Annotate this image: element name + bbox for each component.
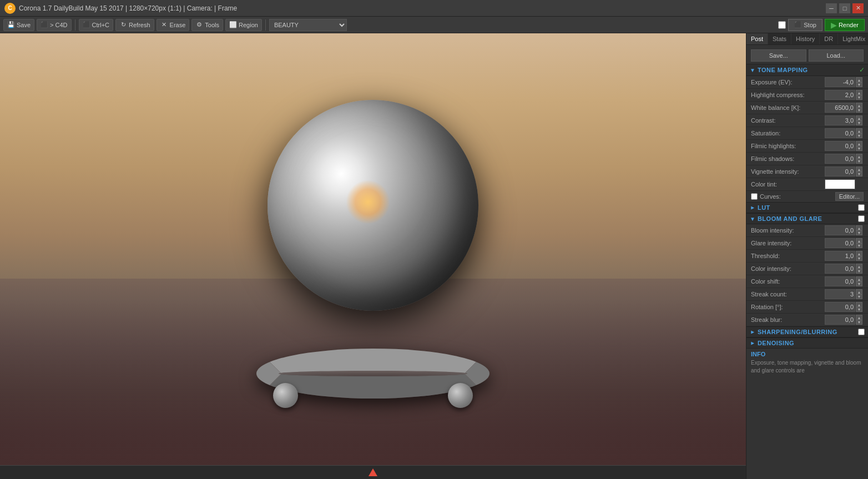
post-save-button[interactable]: Save... xyxy=(751,49,806,62)
filmic-highlights-input[interactable] xyxy=(825,141,855,151)
title-bar-left: C Corona 1.7 DailyBuild May 15 2017 | 12… xyxy=(4,3,237,14)
color-shift-row: Color shift: ▲ ▼ xyxy=(746,275,868,288)
tone-mapping-header[interactable]: ▼ TONE MAPPING ✓ xyxy=(746,64,868,76)
color-intensity-spinner[interactable]: ▲ ▼ xyxy=(856,264,862,274)
bloom-intensity-spinner[interactable]: ▲ ▼ xyxy=(856,225,862,235)
tools-button[interactable]: ⚙ Tools xyxy=(191,19,223,31)
white-balance-spinner[interactable]: ▲ ▼ xyxy=(856,103,862,113)
tab-lightmix[interactable]: LightMix xyxy=(838,33,868,44)
exposure-up[interactable]: ▲ xyxy=(856,77,862,82)
white-balance-down[interactable]: ▼ xyxy=(856,108,862,113)
bloom-intensity-input[interactable] xyxy=(825,225,855,235)
stop-button[interactable]: ⬛ Stop xyxy=(788,19,822,31)
filmic-shadows-spinner[interactable]: ▲ ▼ xyxy=(856,154,862,164)
filmic-shadows-row: Filmic shadows: ▲ ▼ xyxy=(746,153,868,165)
streak-blur-spinner[interactable]: ▲ ▼ xyxy=(856,315,862,325)
info-section: INFO Exposure, tone mapping, vignette an… xyxy=(746,349,868,377)
tone-mapping-check-icon: ✓ xyxy=(859,66,865,74)
threshold-label: Threshold: xyxy=(751,253,825,259)
sharpening-header[interactable]: ▼ SHARPENING/BLURRING xyxy=(746,326,868,337)
filmic-shadows-up[interactable]: ▲ xyxy=(856,154,862,159)
curves-checkbox[interactable] xyxy=(751,193,758,200)
white-balance-input[interactable] xyxy=(825,103,855,113)
rotation-input[interactable] xyxy=(825,302,855,312)
tab-dr[interactable]: DR xyxy=(820,33,838,44)
highlight-down[interactable]: ▼ xyxy=(856,95,862,100)
foot-left xyxy=(273,383,298,408)
contrast-down[interactable]: ▼ xyxy=(856,120,862,125)
glare-intensity-row: Glare intensity: ▲ ▼ xyxy=(746,237,868,250)
color-shift-spinner[interactable]: ▲ ▼ xyxy=(856,276,862,286)
sharpening-checkbox[interactable] xyxy=(858,329,865,335)
main-content: Post Stats History DR LightMix Save... L… xyxy=(0,33,868,479)
post-load-button[interactable]: Load... xyxy=(809,49,864,62)
tab-history[interactable]: History xyxy=(791,33,820,44)
color-intensity-label: Color intensity: xyxy=(751,265,825,272)
highlight-input[interactable] xyxy=(825,90,855,100)
vignette-up[interactable]: ▲ xyxy=(856,167,862,172)
exposure-spinner[interactable]: ▲ ▼ xyxy=(856,77,862,87)
bloom-intensity-row: Bloom intensity: ▲ ▼ xyxy=(746,224,868,237)
close-button[interactable]: ✕ xyxy=(852,3,864,13)
highlight-spinner[interactable]: ▲ ▼ xyxy=(856,90,862,100)
saturation-down[interactable]: ▼ xyxy=(856,133,862,138)
vignette-input[interactable] xyxy=(825,167,855,177)
minimize-button[interactable]: ─ xyxy=(826,3,837,13)
denoising-header[interactable]: ▼ DENOISING xyxy=(746,337,868,349)
pass-select[interactable]: BEAUTY xyxy=(269,19,347,31)
contrast-spinner[interactable]: ▲ ▼ xyxy=(856,115,862,125)
saturation-spinner[interactable]: ▲ ▼ xyxy=(856,128,862,138)
render-button[interactable]: ▶ Render xyxy=(825,19,865,31)
color-shift-input[interactable] xyxy=(825,276,855,286)
contrast-up[interactable]: ▲ xyxy=(856,115,862,120)
bloom-glare-title: BLOOM AND GLARE xyxy=(758,215,822,222)
streak-count-spinner[interactable]: ▲ ▼ xyxy=(856,289,862,299)
threshold-input[interactable] xyxy=(825,251,855,261)
tab-post[interactable]: Post xyxy=(746,33,768,44)
render-checkbox[interactable] xyxy=(778,21,786,29)
rotation-spinner[interactable]: ▲ ▼ xyxy=(856,302,862,312)
c4d-button[interactable]: ⬛ > C4D xyxy=(37,19,72,31)
curves-editor-button[interactable]: Editor... xyxy=(835,192,864,201)
refresh-button[interactable]: ↻ Refresh xyxy=(115,19,154,31)
exposure-down[interactable]: ▼ xyxy=(856,82,862,87)
contrast-row: Contrast: ▲ ▼ xyxy=(746,114,868,127)
lut-header[interactable]: ▼ LUT xyxy=(746,202,868,213)
erase-button[interactable]: ✕ Erase xyxy=(157,19,190,31)
render-arrow-icon: ▶ xyxy=(831,21,837,29)
filmic-shadows-input[interactable] xyxy=(825,154,855,164)
curves-label: Curves: xyxy=(760,193,833,200)
filmic-highlights-up[interactable]: ▲ xyxy=(856,141,862,146)
exposure-row: Exposure (EV): ▲ ▼ xyxy=(746,76,868,89)
bloom-glare-header[interactable]: ▼ BLOOM AND GLARE xyxy=(746,213,868,224)
filmic-shadows-down[interactable]: ▼ xyxy=(856,159,862,164)
vignette-down[interactable]: ▼ xyxy=(856,172,862,177)
tab-stats[interactable]: Stats xyxy=(768,33,791,44)
filmic-shadows-label: Filmic shadows: xyxy=(751,155,825,162)
streak-blur-input[interactable] xyxy=(825,315,855,325)
save-button[interactable]: 💾 Save xyxy=(3,19,34,31)
ctrl-c-button[interactable]: ⬛ Ctrl+C xyxy=(79,19,113,31)
streak-count-input[interactable] xyxy=(825,289,855,299)
region-button[interactable]: ⬜ Region xyxy=(225,19,262,31)
color-tint-swatch[interactable] xyxy=(825,179,855,189)
bloom-glare-checkbox[interactable] xyxy=(858,215,865,222)
filmic-highlights-label: Filmic highlights: xyxy=(751,143,825,149)
white-balance-up[interactable]: ▲ xyxy=(856,103,862,108)
filmic-highlights-down[interactable]: ▼ xyxy=(856,146,862,151)
contrast-input[interactable] xyxy=(825,115,855,125)
filmic-highlights-spinner[interactable]: ▲ ▼ xyxy=(856,141,862,151)
color-intensity-row: Color intensity: ▲ ▼ xyxy=(746,263,868,275)
glare-intensity-input[interactable] xyxy=(825,238,855,248)
saturation-up[interactable]: ▲ xyxy=(856,128,862,133)
color-intensity-input[interactable] xyxy=(825,264,855,274)
highlight-up[interactable]: ▲ xyxy=(856,90,862,95)
maximize-button[interactable]: □ xyxy=(839,3,850,13)
exposure-input[interactable] xyxy=(825,77,855,87)
bloom-glare-arrow-icon: ▼ xyxy=(750,216,755,222)
vignette-spinner[interactable]: ▲ ▼ xyxy=(856,167,862,177)
threshold-spinner[interactable]: ▲ ▼ xyxy=(856,251,862,261)
lut-checkbox[interactable] xyxy=(858,204,865,211)
glare-intensity-spinner[interactable]: ▲ ▼ xyxy=(856,238,862,248)
saturation-input[interactable] xyxy=(825,128,855,138)
